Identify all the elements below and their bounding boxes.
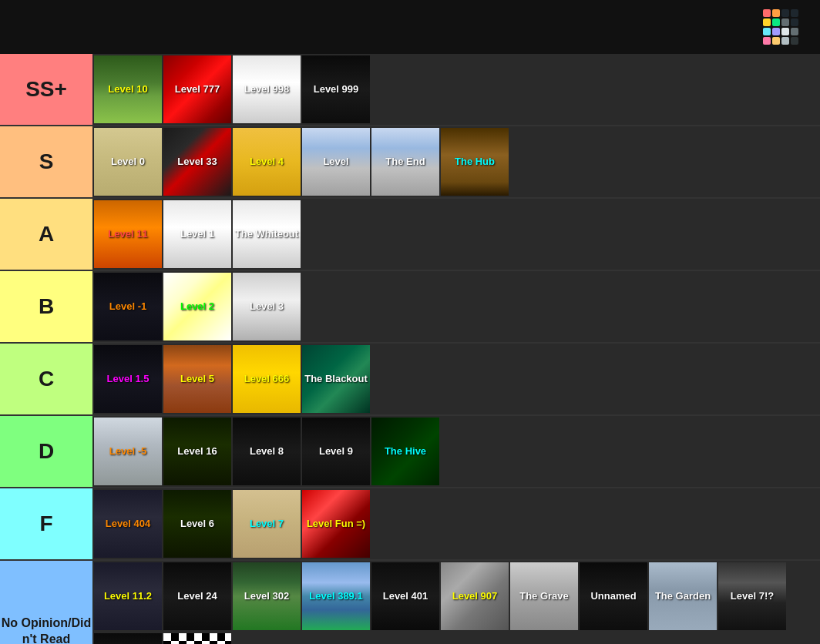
tier-card-f-1[interactable]: Level 6 [163, 490, 231, 558]
tier-items-no: Level 11.2Level 24Level 302Level 389.1Le… [92, 561, 820, 644]
tier-card-s-5[interactable]: The Hub [441, 128, 509, 196]
tier-card-no-9[interactable]: Level 7!? [718, 562, 786, 630]
tier-card-s-1[interactable]: Level 33 [163, 128, 231, 196]
tier-card-no-1[interactable]: Level 24 [163, 562, 231, 630]
card-label-f-3: Level Fun =) [305, 516, 367, 532]
logo-cell [791, 9, 798, 17]
tier-card-ss-3[interactable]: Level 999 [302, 55, 370, 123]
logo-cell [763, 18, 771, 26]
tiermaker-logo [763, 9, 805, 45]
card-label-a-2: The Whiteout [234, 226, 300, 242]
card-label-c-2: Level 666 [243, 371, 291, 387]
tier-card-d-3[interactable]: Level 9 [302, 418, 370, 485]
tier-items-s: Level 0Level 33Level 4LevelThe EndThe Hu… [92, 126, 820, 197]
tier-card-s-4[interactable]: The End [371, 128, 439, 196]
logo-cell [781, 37, 789, 45]
tier-card-c-1[interactable]: Level 5 [163, 345, 231, 413]
tier-card-no-0[interactable]: Level 11.2 [94, 562, 162, 630]
card-label-ss-2: Level 998 [243, 82, 291, 97]
card-label-s-2: Level 4 [248, 154, 285, 169]
tier-label-s: S [0, 126, 92, 197]
card-label-ss-0: Level 10 [106, 82, 149, 97]
tier-card-no-2[interactable]: Level 302 [233, 562, 301, 630]
tier-card-no-6[interactable]: The Grave [510, 562, 578, 630]
tier-label-no: No Opinion/Did n't Read [0, 561, 92, 644]
card-label-b-1: Level 2 [179, 299, 216, 314]
tier-card-d-1[interactable]: Level 16 [163, 418, 231, 485]
card-label-s-0: Level 0 [109, 154, 146, 169]
tier-card-f-2[interactable]: Level 7 [233, 490, 301, 558]
tier-row-d: DLevel -5Level 16Level 8Level 9The Hive [0, 416, 820, 488]
card-label-no-9: Level 7!? [729, 589, 775, 604]
tier-card-d-4[interactable]: The Hive [371, 418, 439, 485]
tier-card-b-1[interactable]: Level 2 [163, 273, 231, 340]
tier-card-d-2[interactable]: Level 8 [233, 418, 301, 485]
tier-card-no-8[interactable]: The Garden [649, 562, 717, 630]
card-label-a-0: Level 11 [106, 226, 149, 242]
tier-card-f-3[interactable]: Level Fun =) [302, 490, 370, 558]
logo-cell [772, 9, 780, 17]
tier-items-ss: Level 10Level 777Level 998Level 999 [92, 54, 820, 125]
logo-cell [781, 28, 789, 35]
card-label-b-0: Level -1 [108, 299, 148, 314]
tier-card-f-0[interactable]: Level 404 [94, 490, 162, 558]
logo-cell [763, 37, 771, 45]
tier-card-ss-1[interactable]: Level 777 [163, 55, 231, 123]
tier-card-a-0[interactable]: Level 11 [94, 200, 162, 268]
card-label-s-1: Level 33 [176, 154, 218, 169]
tier-label-d: D [0, 416, 92, 487]
tier-items-c: Level 1.5Level 5Level 666The Blackout [92, 344, 820, 414]
card-label-no-3: Level 389.1 [308, 589, 364, 604]
tier-card-no-11[interactable]: Level 389 [163, 633, 231, 644]
card-label-f-2: Level 7 [248, 516, 285, 532]
logo-cell [772, 37, 780, 45]
logo-cell [791, 37, 798, 45]
tier-items-d: Level -5Level 16Level 8Level 9The Hive [92, 416, 820, 487]
tier-card-c-2[interactable]: Level 666 [233, 345, 301, 413]
tier-items-a: Level 11Level 1The Whiteout [92, 199, 820, 270]
tier-label-b: B [0, 271, 92, 342]
logo-cell [763, 28, 771, 35]
tier-row-b: BLevel -1Level 2Level 3 [0, 271, 820, 344]
card-label-d-4: The Hive [383, 444, 428, 459]
card-label-c-1: Level 5 [179, 371, 216, 387]
card-label-no-7: Unnamed [589, 589, 637, 604]
card-label-no-8: The Garden [654, 589, 712, 604]
header [0, 0, 820, 54]
tier-card-ss-0[interactable]: Level 10 [94, 55, 162, 123]
tier-card-s-2[interactable]: Level 4 [233, 128, 301, 196]
card-label-f-0: Level 404 [104, 516, 153, 532]
tier-card-no-7[interactable]: Unnamed [580, 562, 647, 630]
tier-card-s-0[interactable]: Level 0 [94, 128, 162, 196]
tier-row-f: FLevel 404Level 6Level 7Level Fun =) [0, 488, 820, 561]
logo-cell [791, 28, 798, 35]
tier-card-no-5[interactable]: Level 907 [441, 562, 509, 630]
tier-row-ss: SS+Level 10Level 777Level 998Level 999 [0, 54, 820, 126]
tier-row-c: CLevel 1.5Level 5Level 666The Blackout [0, 344, 820, 416]
tier-card-a-1[interactable]: Level 1 [163, 200, 231, 268]
tier-card-s-3[interactable]: Level [302, 128, 370, 196]
tier-card-no-3[interactable]: Level 389.1 [302, 562, 370, 630]
tier-row-a: ALevel 11Level 1The Whiteout [0, 199, 820, 271]
tier-card-b-0[interactable]: Level -1 [94, 273, 162, 340]
tier-card-a-2[interactable]: The Whiteout [233, 200, 301, 268]
logo-cell [791, 18, 798, 26]
tier-card-b-2[interactable]: Level 3 [233, 273, 301, 340]
tier-card-ss-2[interactable]: Level 998 [233, 55, 301, 123]
tier-card-no-4[interactable]: Level 401 [371, 562, 439, 630]
tier-table: SS+Level 10Level 777Level 998Level 999SL… [0, 54, 820, 644]
card-label-d-2: Level 8 [248, 444, 285, 459]
tier-card-d-0[interactable]: Level -5 [94, 418, 162, 485]
card-label-f-1: Level 6 [179, 516, 216, 532]
tier-label-a: A [0, 199, 92, 270]
tier-row-s: SLevel 0Level 33Level 4LevelThe EndThe H… [0, 126, 820, 199]
tier-card-c-0[interactable]: Level 1.5 [94, 345, 162, 413]
tier-card-no-10[interactable]: Level 0! [94, 633, 162, 644]
tier-card-c-3[interactable]: The Blackout [302, 345, 370, 413]
tier-label-ss: SS+ [0, 54, 92, 125]
card-label-c-3: The Blackout [303, 371, 369, 387]
card-label-b-2: Level 3 [248, 299, 285, 314]
tier-items-f: Level 404Level 6Level 7Level Fun =) [92, 488, 820, 559]
card-label-s-5: The Hub [453, 154, 496, 169]
card-label-d-0: Level -5 [108, 444, 148, 459]
